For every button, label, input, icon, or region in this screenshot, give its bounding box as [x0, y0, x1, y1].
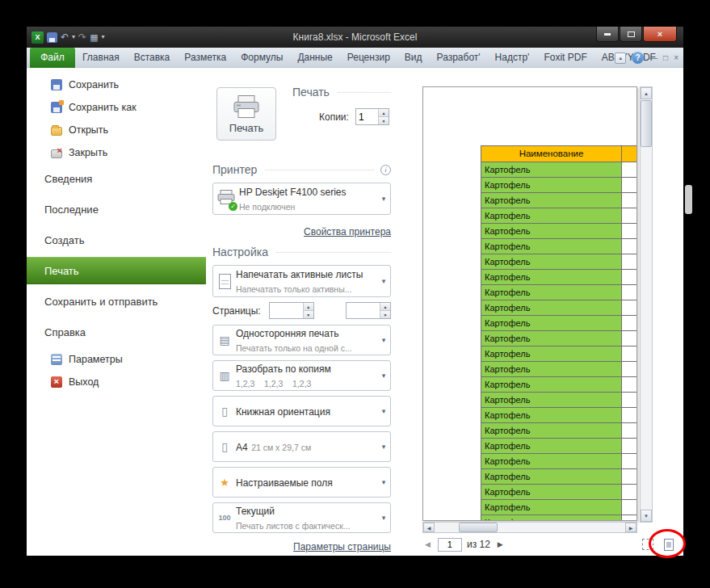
sidebar-item-exit[interactable]: Выход [51, 375, 99, 389]
preview-cell-name: Картофель [481, 208, 622, 224]
chevron-down-icon[interactable]: ▾ [377, 277, 390, 285]
ribbon-tab[interactable]: Foxit PDF [536, 48, 594, 68]
setting-dropdown[interactable]: ▤ Односторонняя печать Печатать только н… [212, 325, 391, 355]
redo-icon[interactable]: ↷ [78, 27, 86, 48]
spin-up-icon[interactable]: ▲ [379, 109, 389, 116]
preview-vertical-scrollbar[interactable]: ▲ ▼ [640, 86, 653, 523]
preview-table-row: Картофель [481, 346, 637, 362]
sidebar-item-help[interactable]: Справка [27, 317, 206, 347]
preview-horizontal-scrollbar[interactable]: ◀ ▶ [422, 522, 637, 533]
chevron-down-icon[interactable]: ▾ [377, 407, 390, 415]
setting-dropdown[interactable]: ★ Настраиваемые поля ▾ [212, 467, 391, 498]
chevron-down-icon[interactable]: ▾ [377, 372, 390, 380]
vertical-scroll-track[interactable] [641, 99, 652, 510]
chevron-down-icon[interactable]: ▾ [377, 478, 390, 486]
sidebar-item-options[interactable]: Параметры [51, 352, 123, 367]
horizontal-scroll-track[interactable] [435, 523, 625, 532]
sidebar-item-save-as[interactable]: Сохранить как [51, 100, 137, 115]
minimize-button[interactable] [596, 27, 619, 42]
qat-customize-icon[interactable]: ▾ [102, 27, 105, 48]
ribbon-tab[interactable]: Данные [290, 48, 339, 68]
pages-from-stepper[interactable]: ▲ ▼ [269, 302, 314, 319]
printer-properties-link[interactable]: Свойства принтера [304, 226, 391, 237]
sidebar-item-open[interactable]: Открыть [51, 123, 108, 137]
ribbon-tab[interactable]: Надстр' [488, 48, 537, 68]
spin-down-icon[interactable]: ▼ [379, 116, 389, 124]
ribbon-tab[interactable]: Главная [75, 48, 127, 68]
open-folder-icon [51, 127, 62, 136]
horizontal-scroll-thumb[interactable] [459, 523, 498, 532]
doc-restore-icon[interactable]: □ [663, 53, 668, 62]
chevron-down-icon[interactable]: ▾ [377, 443, 390, 451]
setting-icon: ▯ [213, 440, 236, 453]
save-icon[interactable] [47, 32, 57, 43]
spin-down-icon[interactable]: ▼ [304, 310, 313, 318]
show-margins-button[interactable] [639, 536, 657, 552]
print-what-dropdown[interactable]: Напечатать активные листы Напечатать тол… [212, 265, 391, 297]
setting-text: Книжная ориентация [236, 404, 377, 418]
ribbon-tab[interactable]: Вид [397, 48, 430, 68]
excel-logo-icon[interactable]: X [32, 32, 44, 44]
next-page-icon[interactable]: ▶ [495, 540, 506, 548]
sidebar-item-save-and-send[interactable]: Сохранить и отправить [27, 286, 206, 317]
sidebar-item-close-workbook[interactable]: Закрыть [51, 145, 107, 160]
ribbon-tab[interactable]: Разработ' [430, 48, 488, 68]
scroll-left-icon[interactable]: ◀ [423, 523, 435, 532]
copies-stepper[interactable]: ▲ ▼ [355, 108, 389, 125]
setting-dropdown[interactable]: ▯ A4 21 см x 29,7 см ▾ [212, 431, 391, 462]
sidebar-item-info[interactable]: Сведения [27, 163, 206, 194]
chevron-down-icon[interactable]: ▾ [377, 336, 390, 344]
preview-cell-name: Картофель [481, 346, 622, 362]
maximize-button[interactable] [620, 27, 642, 42]
pages-to-stepper[interactable]: ▲ ▼ [346, 302, 391, 319]
help-icon[interactable]: ? [632, 52, 644, 64]
ribbon-tab[interactable]: Рецензир [340, 48, 397, 68]
chevron-down-icon[interactable]: ▾ [377, 195, 390, 203]
vertical-scroll-thumb[interactable] [641, 100, 652, 147]
sidebar-item-recent[interactable]: Последние [27, 194, 206, 225]
preview-cell-name: Картофель [481, 331, 622, 346]
pages-from-input[interactable] [270, 303, 303, 318]
ribbon-tab[interactable]: Формулы [233, 48, 290, 68]
close-button[interactable]: × [643, 27, 677, 42]
previous-page-icon[interactable]: ◀ [422, 540, 433, 548]
collapse-ribbon-icon[interactable]: ▲ [615, 52, 626, 64]
sidebar-item-new[interactable]: Создать [27, 225, 206, 255]
zoom-to-page-button[interactable] [660, 536, 678, 552]
scroll-right-icon[interactable]: ▶ [625, 523, 636, 532]
preview-cell-empty [622, 300, 637, 316]
copies-input[interactable] [356, 109, 378, 124]
table-icon[interactable]: ▦ [90, 27, 98, 48]
tab-file[interactable]: Файл [30, 48, 75, 68]
preview-zoom-tools [639, 536, 678, 552]
pages-row: Страницы: ▲ ▼ ▲ ▼ [212, 302, 391, 319]
chevron-down-icon[interactable]: ▾ [377, 514, 390, 522]
sidebar-item-save[interactable]: Сохранить [51, 78, 119, 92]
info-icon[interactable]: i [380, 165, 391, 175]
sidebar-item-print[interactable]: Печать [27, 257, 206, 284]
ribbon-tab[interactable]: Вставка [127, 48, 178, 68]
spin-up-icon[interactable]: ▲ [304, 303, 313, 310]
preview-cell-empty [622, 208, 637, 224]
pages-to-input[interactable] [347, 303, 380, 318]
ribbon-tab[interactable]: Разметка [177, 48, 233, 68]
page-setup-link[interactable]: Параметры страницы [293, 541, 391, 552]
preview-cell-empty [622, 500, 637, 515]
printer-dropdown[interactable]: ✓ HP Deskjet F4100 series Не подключен ▾ [212, 183, 391, 215]
current-page-input[interactable] [438, 538, 462, 552]
setting-dropdown[interactable]: 100 Текущий Печать листов с фактическ...… [212, 502, 391, 533]
undo-dropdown-icon[interactable]: ▾ [72, 27, 75, 48]
undo-icon[interactable]: ↶ [61, 27, 69, 48]
setting-dropdown[interactable]: ▯ Книжная ориентация ▾ [212, 396, 391, 426]
spin-up-icon[interactable]: ▲ [380, 303, 390, 310]
scroll-down-icon[interactable]: ▼ [641, 510, 652, 522]
print-button[interactable]: Печать [216, 87, 276, 141]
doc-close-icon[interactable]: × [674, 53, 678, 62]
spin-down-icon[interactable]: ▼ [380, 310, 390, 318]
preview-cell-empty [622, 408, 637, 423]
setting-icon: ▥ [213, 369, 236, 382]
scroll-up-icon[interactable]: ▲ [641, 87, 652, 99]
setting-dropdown[interactable]: ▥ Разобрать по копиям 1,2,3 1,2,3 1,2,3 … [212, 360, 391, 391]
doc-minimize-icon[interactable]: — [649, 53, 657, 62]
preview-cell-empty [622, 515, 637, 521]
